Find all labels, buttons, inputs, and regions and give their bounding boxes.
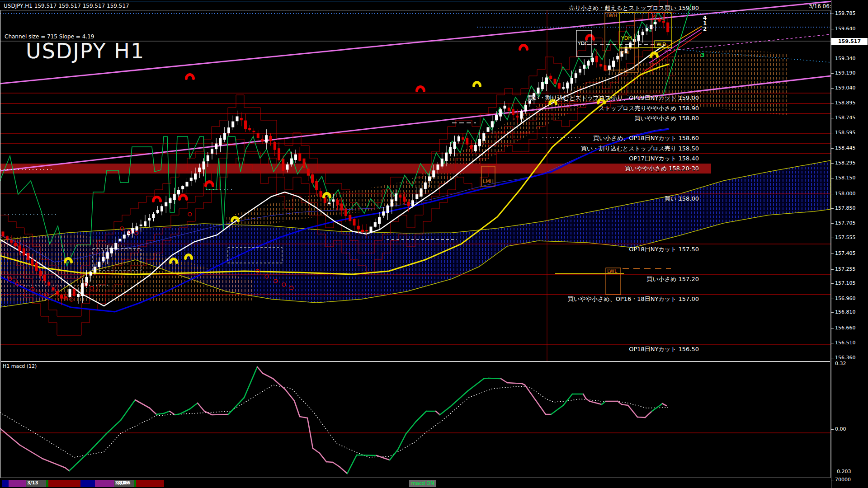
day-segment [95,480,114,487]
axis-label: 156.360 [835,355,856,361]
level-annotation: 買い 158.00 [665,195,699,203]
axis-label: 157.555 [835,235,856,240]
axis-label: 156.960 [835,296,856,301]
day-segment: 3/143/153/16 [114,480,134,487]
price-axis[interactable]: 159.517 159.785159.640159.340159.190159.… [831,0,868,488]
macd-indicator-label: H1 macd (12) [3,363,37,369]
day-segment-label: 3/16 [119,480,131,485]
level-annotation: OP17日NYカット 158.40 [629,155,699,163]
axis-label: 0.32 [835,361,846,366]
day-segment: 3/13 [26,480,46,487]
axis-label: -0.203 [835,469,851,474]
level-annotation: OP18日NYカット 156.50 [629,345,699,353]
axis-label: 156.810 [835,309,856,315]
axis-label: 156.510 [835,340,856,346]
axis-label: 157.255 [835,266,856,272]
level-annotation: 売り小さめ・超えるとストップロス買い 159.80 [569,4,699,12]
day-segment [136,480,164,487]
level-annotation: 買いやや小さめ、OP16・18日NYカット 157.00 [568,295,699,303]
axis-label: 157.705 [835,220,856,226]
trading-app-window: USDJPY,H1 159.517 159.517 159.517 159.51… [0,0,868,488]
chart-frame [0,10,830,361]
axis-label: 158.895 [835,100,856,106]
axis-label: 156.660 [835,325,856,331]
current-price-box: 159.517 [831,38,868,45]
level-annotation: 買いやや小さめ 158.80 [635,114,699,122]
axis-label: 70000 [835,477,851,483]
axis-label: 158.150 [835,175,856,181]
day-separator-bar: 3/133/143/153/16macd ON [0,480,831,487]
macd-frame [0,361,830,478]
day-segment [80,480,95,487]
axis-label: 157.405 [835,250,856,256]
level-annotation: 買いやや小さめ 158.20-30 [625,164,699,173]
day-segment [48,480,80,487]
axis-label: 157.850 [835,205,856,211]
axis-label: 157.105 [835,280,856,286]
axis-label: 159.040 [835,85,856,91]
level-annotation: OP18日NYカット 157.50 [629,245,699,253]
axis-label: 0.00 [835,426,846,432]
day-segment [9,480,26,487]
level-annotation: 買い小さめ、OP18日NYカット 158.60 [593,134,699,142]
level-annotation: 買い小さめ 157.20 [646,275,699,283]
level-annotation: 買い・割り込むとストップロス売り 158.50 [581,145,699,153]
axis-label: 158.000 [835,191,856,197]
axis-label: 159.785 [835,10,856,16]
axis-label: 159.190 [835,70,856,76]
axis-label: 159.340 [835,56,856,61]
axis-label: 158.745 [835,115,856,121]
axis-label: 158.595 [835,130,856,136]
axis-label: 159.640 [835,26,856,32]
axis-label: 158.295 [835,160,856,166]
level-annotation: 買い・割り込むとストップロス売り、OP19日NYカット 159.00 [528,94,699,102]
day-segment-label: 3/13 [27,480,38,485]
level-annotation: ストップロス売りやや小さめ 158.90 [599,104,699,113]
axis-label: 158.445 [835,145,856,151]
day-segment [2,480,9,487]
macd-toggle-badge[interactable]: macd ON [409,480,436,487]
